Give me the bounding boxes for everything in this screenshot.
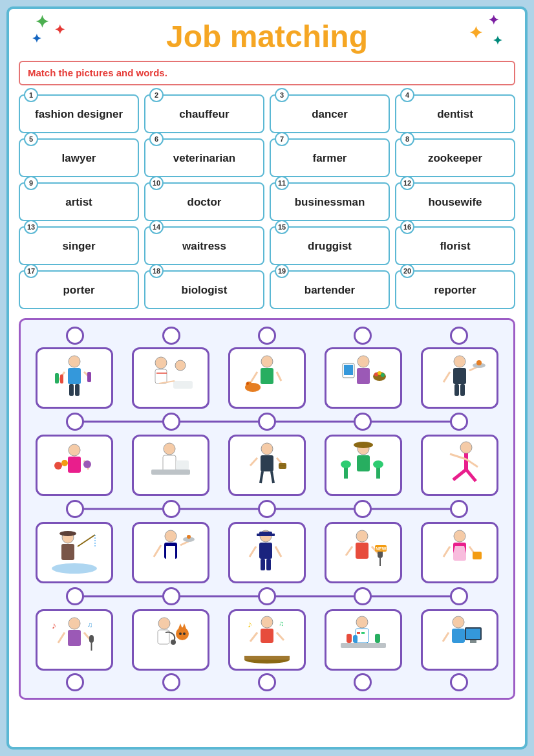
svg-text:♪: ♪: [52, 620, 56, 631]
circle-1[interactable]: [66, 327, 84, 345]
word-cell-1: 1 fashion designer: [19, 94, 139, 133]
word-num-11: 11: [275, 176, 289, 190]
svg-rect-6: [55, 373, 59, 383]
word-num-4: 4: [400, 88, 414, 102]
circle-bottom-2[interactable]: [162, 673, 180, 691]
word-label-14: waitress: [182, 240, 226, 253]
svg-rect-37: [460, 384, 465, 396]
circle-row4-2[interactable]: [162, 587, 180, 605]
svg-point-28: [378, 371, 381, 375]
svg-rect-78: [166, 546, 175, 559]
svg-line-51: [250, 458, 257, 466]
picture-section: NEWS: [19, 318, 515, 700]
circle-row2-3[interactable]: [258, 413, 276, 431]
pic-svg-13: [241, 528, 293, 577]
circle-row3-4[interactable]: [354, 500, 372, 518]
svg-text:NEWS: NEWS: [376, 546, 389, 551]
pic-frame-3: [228, 347, 306, 409]
pic-svg-17: [145, 616, 197, 664]
svg-point-43: [61, 460, 68, 466]
circle-row3-5[interactable]: [450, 500, 468, 518]
word-num-2: 2: [149, 88, 164, 102]
svg-line-17: [251, 372, 257, 382]
svg-point-112: [158, 618, 170, 629]
circle-row2-5[interactable]: [450, 413, 468, 431]
svg-rect-90: [266, 559, 271, 570]
svg-point-29: [381, 373, 385, 377]
pic-frame-6: [36, 435, 113, 496]
pic-frame-17: [132, 609, 209, 671]
word-cell-12: 12 housewife: [395, 182, 515, 221]
svg-rect-89: [261, 559, 265, 570]
svg-point-114: [171, 640, 176, 645]
circle-row2-1[interactable]: [66, 413, 84, 431]
svg-line-138: [443, 632, 449, 642]
word-label-15: druggist: [308, 240, 352, 253]
svg-marker-117: [182, 623, 186, 629]
pic-svg-3: [241, 354, 293, 402]
svg-point-45: [164, 443, 175, 455]
circle-bottom-4[interactable]: [354, 673, 372, 691]
word-label-16: florist: [440, 240, 470, 253]
pic-svg-2: [145, 354, 197, 402]
pic-svg-20: [434, 616, 486, 664]
circle-bottom-1[interactable]: [66, 673, 84, 691]
svg-line-55: [261, 471, 262, 483]
circle-row4-5[interactable]: [450, 587, 468, 605]
word-num-5: 5: [24, 132, 38, 146]
word-cell-8: 8 zookeeper: [395, 138, 515, 177]
svg-rect-137: [452, 629, 465, 643]
svg-point-20: [246, 382, 252, 388]
pic-svg-8: [241, 441, 293, 490]
svg-line-56: [272, 471, 273, 483]
svg-point-75: [52, 563, 97, 574]
svg-point-136: [453, 616, 464, 628]
word-cell-7: 7 farmer: [270, 138, 390, 177]
pic-frame-5: [421, 347, 498, 409]
svg-rect-58: [357, 455, 370, 471]
pic-svg-1: [48, 354, 100, 402]
circle-bottom-5[interactable]: [450, 673, 468, 691]
svg-line-35: [443, 372, 450, 382]
circle-row4-4[interactable]: [354, 587, 372, 605]
circle-3[interactable]: [258, 327, 276, 345]
svg-rect-25: [344, 365, 353, 375]
svg-rect-135: [375, 634, 380, 643]
word-cell-11: 11 businessman: [270, 182, 390, 221]
circle-2[interactable]: [162, 327, 180, 345]
word-cell-10: 10 doctor: [144, 182, 264, 221]
word-cell-4: 4 dentist: [395, 94, 515, 133]
svg-point-38: [69, 444, 80, 456]
circle-row2-2[interactable]: [162, 413, 180, 431]
word-label-4: dentist: [437, 108, 473, 121]
svg-rect-48: [176, 460, 189, 470]
circle-bottom-3[interactable]: [258, 673, 276, 691]
circle-row3-1[interactable]: [66, 500, 84, 518]
circle-5[interactable]: [450, 327, 468, 345]
pic-frame-2: [132, 347, 209, 409]
svg-point-15: [261, 356, 273, 367]
svg-rect-1: [68, 368, 81, 384]
word-num-10: 10: [149, 176, 164, 190]
svg-line-93: [346, 546, 352, 556]
pic-section-inner: NEWS: [27, 327, 507, 691]
word-cell-20: 20 reporter: [395, 270, 515, 309]
svg-point-91: [356, 530, 368, 542]
circle-row3-2[interactable]: [162, 500, 180, 518]
svg-line-109: [58, 632, 65, 643]
circle-row4-3[interactable]: [258, 587, 276, 605]
pic-svg-5: [434, 354, 486, 402]
svg-point-44: [83, 460, 91, 468]
circle-4[interactable]: [354, 327, 372, 345]
svg-point-128: [356, 616, 368, 628]
circle-row3-3[interactable]: [258, 500, 276, 518]
circle-row4-1[interactable]: [66, 587, 84, 605]
svg-line-122: [250, 632, 257, 642]
svg-rect-85: [257, 534, 275, 536]
svg-point-42: [54, 462, 62, 470]
word-num-12: 12: [400, 176, 414, 190]
svg-rect-121: [261, 629, 273, 643]
circle-row2-4[interactable]: [354, 413, 372, 431]
svg-point-118: [179, 632, 182, 635]
svg-rect-92: [356, 543, 368, 559]
